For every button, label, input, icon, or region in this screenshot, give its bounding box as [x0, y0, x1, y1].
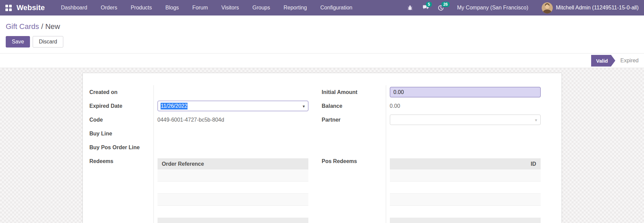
- expired-date-selected-text: 11/26/2022: [161, 103, 188, 109]
- user-name: Mitchell Admin (11249511-15-0-all): [556, 5, 639, 11]
- table-row: [390, 206, 541, 218]
- discard-button[interactable]: Discard: [33, 36, 63, 47]
- created-on-label: Created on: [90, 89, 154, 95]
- form-group-left: Created on Expired Date 11/26/2022 ▾ Cod…: [90, 85, 308, 223]
- nav-item-configuration[interactable]: Configuration: [314, 0, 359, 15]
- table-row: [158, 194, 308, 206]
- breadcrumb: Gift Cards / New: [6, 22, 644, 31]
- breadcrumb-current: New: [45, 22, 60, 31]
- balance-value: 0.00: [386, 103, 541, 109]
- nav-item-reporting[interactable]: Reporting: [277, 0, 313, 15]
- pos-redeems-label: Pos Redeems: [322, 154, 386, 168]
- table-row: [390, 194, 541, 206]
- statusbar: Valid Expired: [0, 54, 644, 68]
- nav-item-dashboard[interactable]: Dashboard: [54, 0, 94, 15]
- chevron-down-icon[interactable]: ▾: [303, 104, 305, 108]
- partner-input[interactable]: ▾: [390, 115, 541, 125]
- field-row-created-on: Created on: [90, 85, 308, 99]
- company-switcher[interactable]: My Company (San Francisco): [457, 5, 529, 11]
- table-row: [390, 182, 541, 194]
- form-sheet: Created on Expired Date 11/26/2022 ▾ Cod…: [82, 73, 562, 223]
- balance-label: Balance: [322, 103, 386, 109]
- action-buttons: Save Discard: [6, 36, 644, 47]
- initial-amount-input[interactable]: [390, 87, 541, 97]
- buy-line-value: [154, 133, 308, 134]
- buy-line-label: Buy Line: [90, 131, 154, 137]
- pos-redeems-column-id[interactable]: ID: [390, 158, 541, 169]
- messages-icon[interactable]: 5: [421, 4, 430, 12]
- field-row-buy-pos-order-line: Buy Pos Order Line: [90, 140, 308, 154]
- activities-icon[interactable]: 26: [437, 4, 445, 12]
- buy-pos-order-line-value: [154, 147, 308, 148]
- form-view-background: Created on Expired Date 11/26/2022 ▾ Cod…: [0, 68, 644, 223]
- breadcrumb-separator: /: [39, 22, 45, 31]
- apps-menu-icon[interactable]: [5, 5, 12, 11]
- navbar-systray: 5 26 My Company (San Francisco) Mitchell…: [406, 2, 639, 13]
- top-navbar: Website Dashboard Orders Products Blogs …: [0, 0, 644, 15]
- partner-label: Partner: [322, 117, 386, 123]
- control-panel: Gift Cards / New Save Discard: [0, 15, 644, 54]
- initial-amount-label: Initial Amount: [322, 89, 386, 95]
- field-row-pos-redeems: Pos Redeems ID: [322, 154, 541, 223]
- field-row-code: Code 0449-6001-4727-bc5b-804d: [90, 113, 308, 127]
- field-row-spacer: [322, 127, 541, 140]
- redeems-column-order-reference[interactable]: Order Reference: [158, 158, 308, 169]
- messages-count-badge: 5: [426, 2, 432, 7]
- table-row: [158, 206, 308, 218]
- activities-count-badge: 26: [441, 2, 450, 7]
- avatar: [542, 2, 553, 13]
- table-row: [390, 169, 541, 182]
- expired-date-input[interactable]: 11/26/2022 ▾: [158, 101, 308, 111]
- field-row-partner: Partner ▾: [322, 113, 541, 127]
- table-footer-strip: [390, 218, 541, 223]
- expired-date-label: Expired Date: [90, 103, 154, 109]
- main-menu: Dashboard Orders Products Blogs Forum Vi…: [54, 0, 359, 15]
- buy-pos-order-line-label: Buy Pos Order Line: [90, 145, 154, 151]
- table-row: [158, 182, 308, 194]
- save-button[interactable]: Save: [6, 36, 30, 47]
- form-group-right: Initial Amount Balance 0.00 Partner ▾: [322, 85, 541, 223]
- nav-item-groups[interactable]: Groups: [246, 0, 277, 15]
- pos-redeems-table: ID: [390, 158, 541, 223]
- table-row: [158, 169, 308, 182]
- field-row-balance: Balance 0.00: [322, 99, 541, 113]
- stage-valid[interactable]: Valid: [591, 55, 615, 67]
- field-row-buy-line: Buy Line: [90, 127, 308, 140]
- redeems-label: Redeems: [90, 154, 154, 168]
- nav-item-visitors[interactable]: Visitors: [215, 0, 246, 15]
- chevron-down-icon[interactable]: ▾: [535, 118, 537, 122]
- field-row-spacer: [322, 140, 541, 154]
- redeems-table: Order Reference: [158, 158, 308, 223]
- field-row-expired-date: Expired Date 11/26/2022 ▾: [90, 99, 308, 113]
- field-row-redeems: Redeems Order Reference: [90, 154, 308, 223]
- created-on-value: [154, 92, 308, 92]
- user-menu[interactable]: Mitchell Admin (11249511-15-0-all): [542, 2, 639, 13]
- breadcrumb-gift-cards-link[interactable]: Gift Cards: [6, 22, 39, 31]
- bug-icon[interactable]: [406, 4, 414, 12]
- nav-item-forum[interactable]: Forum: [185, 0, 214, 15]
- nav-item-products[interactable]: Products: [124, 0, 159, 15]
- nav-item-blogs[interactable]: Blogs: [159, 0, 185, 15]
- app-brand[interactable]: Website: [16, 3, 45, 12]
- field-row-initial-amount: Initial Amount: [322, 85, 541, 99]
- table-footer-strip: [158, 218, 308, 223]
- code-value: 0449-6001-4727-bc5b-804d: [154, 117, 308, 123]
- nav-item-orders[interactable]: Orders: [94, 0, 124, 15]
- stage-expired[interactable]: Expired: [620, 58, 639, 64]
- code-label: Code: [90, 117, 154, 123]
